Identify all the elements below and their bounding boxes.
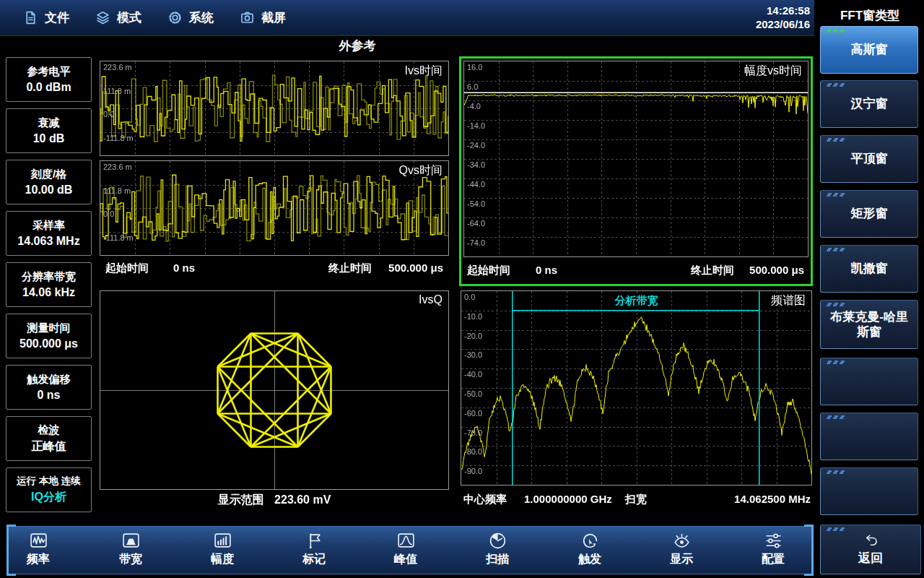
param-label: 参考电平: [27, 65, 71, 79]
fft-window-rectangular[interactable]: 矩形窗: [820, 190, 918, 238]
start-time-value: 0 ns: [173, 262, 195, 274]
analysis-bandwidth-label: 分析带宽: [461, 294, 811, 308]
param-rbw[interactable]: 分辨率带宽 14.06 kHz: [6, 262, 92, 307]
param-label: 衰减: [38, 116, 60, 130]
center-freq-label: 中心频率: [463, 493, 507, 506]
mode-icon: [95, 10, 110, 25]
toolbar-frequency[interactable]: 频率: [2, 531, 74, 567]
toolbar-item-label: 带宽: [119, 552, 142, 567]
fft-window-empty-1[interactable]: [820, 358, 918, 405]
param-value: 10 dB: [33, 132, 65, 145]
toolbar-item-label: 配置: [762, 552, 785, 567]
back-button[interactable]: 返回: [820, 525, 921, 574]
chart-title: IvsQ: [419, 293, 443, 306]
peak-icon: [396, 531, 416, 551]
frequency-icon: [29, 531, 48, 551]
display-icon: [672, 531, 692, 551]
param-trigger-offset[interactable]: 触发偏移 0 ns: [6, 365, 92, 410]
button-indicator: [827, 415, 847, 419]
toolbar-sweep[interactable]: 扫描: [461, 531, 533, 567]
menu-label: 文件: [45, 9, 69, 26]
toolbar-amplitude[interactable]: 幅度: [186, 531, 258, 567]
amplitude-vs-time-chart: 16.06.0-4.0-14.0-24.0-34.0-44.0-54.0-64.…: [463, 61, 808, 257]
i-vs-q-chart: IvsQ: [100, 290, 449, 490]
param-sample-rate[interactable]: 采样率 14.063 MHz: [6, 211, 92, 256]
param-detector[interactable]: 检波 正峰值: [6, 416, 92, 461]
param-value: 14.063 MHz: [17, 235, 79, 248]
chart-title: 幅度vs时间: [744, 64, 802, 79]
date-value: 2023/06/16: [756, 17, 810, 31]
button-indicator: [827, 527, 847, 531]
active-indicator: [827, 29, 847, 33]
param-meas-time[interactable]: 测量时间 500.000 μs: [6, 314, 92, 358]
active-chart-highlight: 16.06.0-4.0-14.0-24.0-34.0-44.0-54.0-64.…: [459, 56, 813, 286]
center-freq-value: 1.000000000 GHz: [524, 493, 612, 505]
fft-window-kaiser[interactable]: 凯撒窗: [820, 245, 918, 293]
toolbar-trigger[interactable]: 触发: [554, 531, 626, 567]
param-value: 14.06 kHz: [22, 286, 75, 299]
menu-system[interactable]: 系统: [167, 9, 214, 26]
param-ref-level[interactable]: 参考电平 0.0 dBm: [6, 57, 92, 102]
screenshot-icon: [240, 10, 255, 25]
menu-label: 截屏: [261, 9, 286, 26]
param-attenuation[interactable]: 衰减 10 dB: [6, 108, 92, 153]
param-value: 500.000 μs: [19, 337, 78, 350]
menu-label: 系统: [189, 9, 214, 26]
menu-file[interactable]: 文件: [23, 9, 69, 26]
fft-window-hanning[interactable]: 汉宁窗: [820, 80, 918, 128]
fft-window-flattop[interactable]: 平顶窗: [820, 135, 918, 183]
param-label: 运行 本地 连续: [17, 475, 81, 488]
sweep-icon: [488, 531, 507, 551]
menu-mode[interactable]: 模式: [95, 9, 141, 26]
spectrum-plot: [461, 291, 811, 485]
toolbar-marker[interactable]: 标记: [278, 531, 350, 567]
button-indicator: [827, 361, 847, 364]
param-label: 触发偏移: [27, 373, 71, 387]
param-value: 0.0 dBm: [26, 81, 71, 94]
q-vs-time-chart: 223.6 m111.8 m0.0-111.8 m Qvs时间: [100, 160, 449, 256]
menu-screenshot[interactable]: 截屏: [240, 9, 286, 26]
fft-window-empty-2[interactable]: [820, 413, 918, 460]
menu-label: 模式: [117, 9, 141, 26]
i-vs-q-plot: [100, 291, 448, 489]
toolbar-item-label: 标记: [302, 552, 326, 567]
fft-window-empty-3[interactable]: [820, 467, 918, 515]
toolbar-config[interactable]: 配置: [737, 531, 809, 567]
fft-window-gaussian[interactable]: 高斯窗: [820, 26, 918, 74]
toolbar-item-label: 峰值: [394, 552, 417, 567]
display-range-label: 显示范围: [214, 493, 268, 506]
param-value: 正峰值: [32, 439, 66, 454]
param-value: 10.00 dB: [25, 184, 73, 197]
toolbar-item-label: 扫描: [486, 552, 509, 567]
param-run-status[interactable]: 运行 本地 连续 IQ分析: [6, 467, 92, 512]
chart-title: Qvs时间: [399, 163, 443, 178]
toolbar-item-label: 触发: [578, 552, 601, 567]
marker-icon: [305, 531, 324, 551]
display-range-footer: 显示范围 223.60 mV: [100, 493, 449, 508]
clock: 14:26:58 2023/06/16: [756, 4, 814, 31]
toolbar-display[interactable]: 显示: [645, 531, 718, 567]
start-time-value: 0 ns: [536, 264, 557, 276]
end-time-label: 终止时间: [691, 264, 734, 277]
fft-window-label: 矩形窗: [844, 206, 895, 221]
bottom-toolbar: 频率 带宽 幅度 标记 峰值 扫描 触发 显示 配置: [7, 526, 813, 574]
start-time-label: 起始时间: [105, 262, 149, 275]
param-value: 0 ns: [37, 389, 60, 402]
toolbar-bandwidth[interactable]: 带宽: [95, 531, 167, 567]
button-indicator: [827, 138, 847, 142]
fft-window-label: 汉宁窗: [844, 96, 895, 111]
amplitude-vs-time-plot: [464, 61, 808, 256]
spectrum-chart: 0.0-10.0-20.0-30.0-40.0-50.0-60.0-70.0-8…: [461, 290, 812, 486]
param-scale-per-div[interactable]: 刻度/格 10.00 dB: [6, 160, 92, 204]
toolbar-item-label: 幅度: [211, 552, 234, 567]
toolbar-peak[interactable]: 峰值: [370, 531, 442, 567]
param-value: IQ分析: [31, 490, 66, 505]
reference-status-label: 外参考: [274, 38, 440, 54]
back-icon: [863, 532, 879, 549]
param-label: 刻度/格: [31, 168, 66, 181]
chart-title: Ivs时间: [405, 64, 443, 79]
param-label: 分辨率带宽: [22, 270, 76, 284]
fft-window-blackman-harris[interactable]: 布莱克曼-哈里斯窗: [820, 300, 918, 349]
top-menu-bar: 文件 模式 系统 截屏 14:26:58 2023/06/16: [0, 0, 814, 36]
amplitude-icon: [213, 531, 232, 551]
